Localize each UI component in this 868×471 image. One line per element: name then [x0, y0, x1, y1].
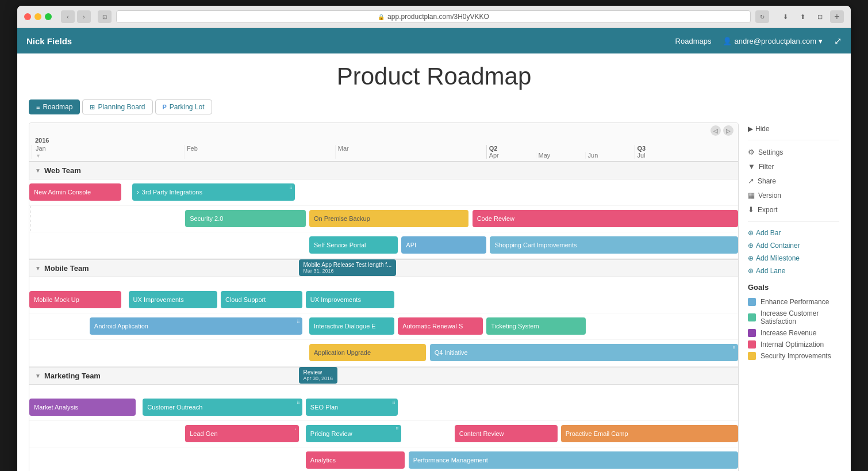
goal-item-enhance: Enhance Performance: [748, 296, 839, 308]
bar-cloud-support[interactable]: Cloud Support: [221, 291, 302, 308]
web-row-1: New Admin Console ›3rd Party Integration…: [29, 179, 738, 206]
sidebar-item-version[interactable]: ▦ Version: [748, 188, 839, 202]
bar-security-2[interactable]: Security 2.0: [185, 210, 306, 227]
add-tab-button[interactable]: +: [830, 10, 844, 23]
share-icon: ↗: [748, 177, 754, 185]
bar-api[interactable]: API: [401, 236, 486, 254]
bar-analytics[interactable]: Analytics: [306, 451, 405, 469]
goal-label-enhance: Enhance Performance: [761, 298, 829, 306]
zoom-in-button[interactable]: ▷: [723, 125, 733, 136]
download-icon[interactable]: ⬇: [778, 10, 792, 23]
expand-icon[interactable]: ⤢: [834, 36, 842, 47]
add-container-label: Add Container: [756, 242, 800, 250]
bar-lead-gen[interactable]: Lead Gen›: [185, 425, 298, 442]
bar-shopping-cart[interactable]: Shopping Cart Improvements: [490, 236, 738, 254]
goal-color-revenue: [748, 329, 756, 337]
roadmap-layout: ◁ ▷ 2016 Jan▼ Feb Mar Q2: [29, 122, 839, 471]
bar-interactive-dialogue[interactable]: Interactive Dialogue E: [309, 317, 394, 335]
bar-mobile-mockup[interactable]: Mobile Mock Up: [29, 291, 121, 308]
add-lane-button[interactable]: ⊕ Add Lane: [748, 265, 839, 277]
timeline-header: ◁ ▷ 2016 Jan▼ Feb Mar Q2: [29, 123, 738, 162]
bar-proactive-email[interactable]: Proactive Email Camp: [561, 425, 738, 442]
mobile-team-chevron[interactable]: ▼: [35, 265, 41, 271]
traffic-lights: [24, 13, 52, 20]
month-feb: Feb: [184, 145, 335, 159]
tab-roadmap[interactable]: ≡ Roadmap: [29, 99, 80, 114]
goal-item-revenue: Increase Revenue: [748, 327, 839, 339]
q2-section: Q2 Apr May Jun: [486, 145, 635, 159]
marketing-header-row: ▼ Marketing Team Review Apr 30, 2016: [29, 367, 738, 395]
forward-button[interactable]: ›: [77, 10, 91, 23]
marketing-row-2: Lead Gen› Pricing Review⠿ Content Review…: [29, 421, 738, 447]
bar-pricing-review[interactable]: Pricing Review⠿: [306, 425, 401, 442]
main-content: Product Roadmap ≡ Roadmap ⊞ Planning Boa…: [17, 53, 851, 471]
web-team-header: ▼ Web Team: [29, 162, 738, 179]
bar-android-application[interactable]: Android Application⠿: [90, 317, 302, 335]
web-team-chevron[interactable]: ▼: [35, 167, 41, 174]
browser-window: ‹ › ⊡ 🔒 app.productplan.com/3H0yVKKO ↻ ⬇…: [17, 6, 851, 471]
sidebar-item-filter[interactable]: ▼ Filter: [748, 159, 839, 174]
export-label: Export: [758, 206, 778, 214]
bar-application-upgrade[interactable]: Application Upgrade: [309, 344, 426, 361]
add-milestone-icon: ⊕: [748, 254, 754, 262]
filter-icon: ▼: [748, 162, 755, 171]
add-lane-icon: ⊕: [748, 267, 754, 275]
app-brand: Nick Fields: [26, 36, 72, 46]
goal-color-enhance: [748, 298, 756, 306]
goal-label-revenue: Increase Revenue: [761, 329, 816, 337]
sidebar-item-share[interactable]: ↗ Share: [748, 174, 839, 188]
sidebar-item-export[interactable]: ⬇ Export: [748, 202, 839, 217]
tab-parking[interactable]: P Parking Lot: [155, 99, 212, 114]
add-bar-button[interactable]: ⊕ Add Bar: [748, 227, 839, 239]
bar-automatic-renewal[interactable]: Automatic Renewal S: [398, 317, 483, 335]
month-may: May: [536, 152, 585, 159]
bar-new-admin-console[interactable]: New Admin Console: [29, 183, 121, 201]
goal-item-customer: Increase Customer Satisfaction: [748, 308, 839, 327]
bar-customer-outreach[interactable]: Customer Outreach⠿: [143, 399, 302, 416]
goal-label-customer: Increase Customer Satisfaction: [761, 309, 839, 326]
bar-code-review[interactable]: Code Review: [473, 210, 738, 227]
version-label: Version: [758, 192, 781, 200]
marketing-team-chevron[interactable]: ▼: [35, 373, 41, 379]
back-button[interactable]: ‹: [61, 10, 75, 23]
marketing-team-section: ▼ Marketing Team Review Apr 30, 2016 Mar: [29, 367, 738, 471]
close-button[interactable]: [24, 13, 31, 20]
bar-3rd-party-integrations[interactable]: ›3rd Party Integrations⠿: [132, 183, 295, 201]
goal-label-security: Security Improvements: [761, 352, 831, 360]
bar-on-premise-backup[interactable]: On Premise Backup: [309, 210, 468, 227]
user-email[interactable]: 👤 andre@productplan.com ▾: [723, 37, 823, 45]
refresh-button[interactable]: ↻: [755, 10, 769, 23]
goals-title: Goals: [748, 283, 839, 292]
bar-ux-improvements-1[interactable]: UX Improvements: [129, 291, 217, 308]
add-milestone-button[interactable]: ⊕ Add Milestone: [748, 252, 839, 265]
layout-button[interactable]: ⊡: [98, 10, 112, 23]
year-label: 2016: [32, 137, 738, 144]
fullscreen-icon[interactable]: ⊡: [813, 10, 827, 23]
roadmap-tab-label: Roadmap: [43, 103, 72, 111]
bar-ux-improvements-2[interactable]: UX Improvements: [306, 291, 394, 308]
add-container-button[interactable]: ⊕ Add Container: [748, 239, 839, 252]
bar-self-service-portal[interactable]: Self Service Portal: [309, 236, 398, 254]
settings-label: Settings: [758, 148, 783, 156]
add-bar-label: Add Bar: [756, 229, 781, 237]
maximize-button[interactable]: [45, 13, 52, 20]
nav-buttons: ‹ ›: [61, 10, 91, 23]
bar-ticketing-system[interactable]: Ticketing System: [486, 317, 586, 335]
sidebar-hide-button[interactable]: ▶ Hide: [748, 122, 839, 135]
zoom-out-button[interactable]: ◁: [710, 125, 721, 136]
add-bar-icon: ⊕: [748, 229, 754, 237]
share-icon[interactable]: ⬆: [796, 10, 809, 23]
bar-q4-initiative[interactable]: Q4 Initiative⠿: [430, 344, 738, 361]
web-team-label: Web Team: [44, 166, 81, 175]
bar-performance-management[interactable]: Performance Management: [409, 451, 738, 469]
goal-color-internal: [748, 340, 756, 349]
sidebar-item-settings[interactable]: ⚙ Settings: [748, 145, 839, 159]
tab-planning[interactable]: ⊞ Planning Board: [82, 99, 152, 114]
bar-content-review[interactable]: Content Review: [455, 425, 558, 442]
address-bar[interactable]: 🔒 app.productplan.com/3H0yVKKO: [116, 10, 751, 23]
minimize-button[interactable]: [34, 13, 41, 20]
bar-seo-plan[interactable]: SEO Plan⠿: [306, 399, 398, 416]
bar-market-analysis[interactable]: Market Analysis: [29, 399, 136, 416]
roadmaps-link[interactable]: Roadmaps: [675, 37, 712, 45]
sidebar-divider-2: [748, 221, 839, 222]
